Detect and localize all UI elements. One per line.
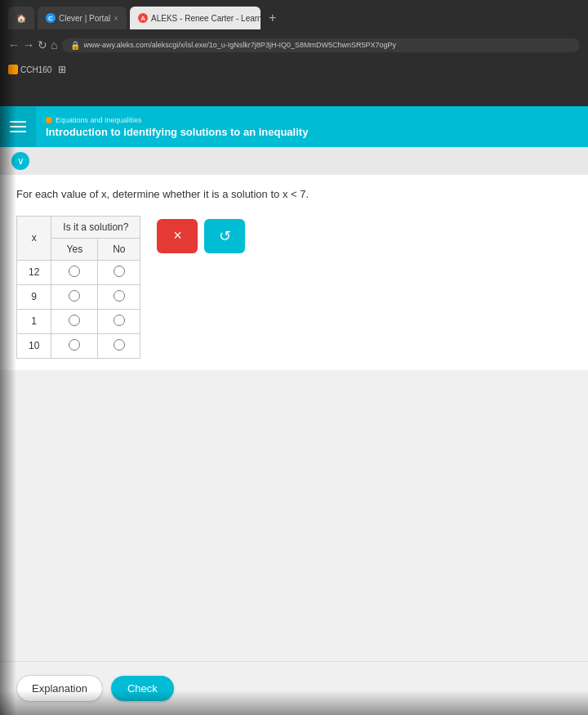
bookmark-cch160[interactable]: CCH160 <box>8 65 51 74</box>
bookmark-icon <box>8 65 18 74</box>
tab-bar: 🏠 C Clever | Portal × A ALEKS - Renee Ca… <box>0 0 588 31</box>
clear-button[interactable]: × <box>157 219 198 253</box>
reload-button[interactable]: ↻ <box>38 38 47 51</box>
row-12-no[interactable] <box>98 260 140 284</box>
chevron-down-icon: ∨ <box>17 155 24 167</box>
undo-icon: ↺ <box>219 227 231 245</box>
nav-buttons: ← → ↻ ⌂ <box>8 38 57 51</box>
row-9-no[interactable] <box>98 284 140 309</box>
table-row: 10 <box>17 333 140 358</box>
action-buttons: × ↺ <box>157 216 245 253</box>
is-it-solution-header: Is it a solution? <box>51 216 140 238</box>
home-icon: 🏠 <box>16 14 26 23</box>
row-1-yes[interactable] <box>51 309 98 333</box>
header-subtitle-text: Equations and Inequalities <box>56 116 142 124</box>
table-action-row: x Is it a solution? Yes No 12 <box>16 216 572 359</box>
hamburger-line-2 <box>10 126 26 127</box>
radio-12-yes[interactable] <box>69 266 80 277</box>
hamburger-button[interactable] <box>0 106 36 147</box>
solution-table: x Is it a solution? Yes No 12 <box>16 216 140 359</box>
row-10-no[interactable] <box>98 333 140 358</box>
radio-9-no[interactable] <box>114 290 125 302</box>
table-row: 1 <box>17 309 140 333</box>
row-12-yes[interactable] <box>51 260 98 284</box>
radio-1-yes[interactable] <box>69 315 80 326</box>
new-tab-button[interactable]: + <box>264 11 281 25</box>
problem-instruction: For each value of x, determine whether i… <box>16 186 572 203</box>
page-content: Equations and Inequalities Introduction … <box>0 106 588 715</box>
browser-chrome: 🏠 C Clever | Portal × A ALEKS - Renee Ca… <box>0 0 588 106</box>
row-x-9: 9 <box>17 284 51 309</box>
chevron-row: ∨ <box>0 147 588 175</box>
tab-clever[interactable]: C Clever | Portal × <box>38 7 127 29</box>
clever-icon: C <box>46 13 56 23</box>
address-text: www-awy.aleks.com/alekscgi/x/isl.exe/1o_… <box>83 41 395 49</box>
col-x-header: x <box>17 216 51 260</box>
radio-1-no[interactable] <box>114 315 125 326</box>
x-icon: × <box>173 227 182 244</box>
radio-10-no[interactable] <box>114 339 125 351</box>
tab-home[interactable]: 🏠 <box>8 7 34 29</box>
bookmarks-bar: CCH160 ⊞ <box>0 59 588 80</box>
undo-button[interactable]: ↺ <box>204 219 245 253</box>
aleks-header: Equations and Inequalities Introduction … <box>0 106 588 147</box>
row-10-yes[interactable] <box>51 333 98 358</box>
row-x-12: 12 <box>17 260 51 284</box>
table-row: 9 <box>17 284 140 309</box>
table-row: 12 <box>17 260 140 284</box>
lock-icon: 🔒 <box>70 41 80 50</box>
bookmark-grid-icon: ⊞ <box>58 64 66 75</box>
address-bar-row: ← → ↻ ⌂ 🔒 www-awy.aleks.com/alekscgi/x/i… <box>0 31 588 59</box>
header-dot <box>46 117 52 123</box>
explanation-button[interactable]: Explanation <box>16 675 103 702</box>
hamburger-line-3 <box>10 131 26 132</box>
problem-area: For each value of x, determine whether i… <box>0 175 588 370</box>
tab-aleks-label: ALEKS - Renee Carter - Learn <box>151 14 261 23</box>
radio-9-yes[interactable] <box>69 290 80 302</box>
tab-aleks[interactable]: A ALEKS - Renee Carter - Learn × <box>130 7 261 29</box>
check-button[interactable]: Check <box>111 676 174 701</box>
header-subtitle: Equations and Inequalities <box>46 116 578 124</box>
tab-clever-close[interactable]: × <box>114 14 118 23</box>
hamburger-line-1 <box>10 121 26 123</box>
aleks-icon: A <box>138 13 148 23</box>
forward-button[interactable]: → <box>23 38 34 51</box>
home-nav-button[interactable]: ⌂ <box>51 38 57 51</box>
address-bar[interactable]: 🔒 www-awy.aleks.com/alekscgi/x/isl.exe/1… <box>62 38 580 52</box>
col-yes-header: Yes <box>51 238 98 260</box>
chevron-down-button[interactable]: ∨ <box>11 152 29 170</box>
radio-10-yes[interactable] <box>69 339 80 351</box>
radio-12-no[interactable] <box>114 266 125 277</box>
row-9-yes[interactable] <box>51 284 98 309</box>
row-x-1: 1 <box>17 309 51 333</box>
header-text-block: Equations and Inequalities Introduction … <box>36 111 588 143</box>
bottom-area: Explanation Check <box>0 661 588 715</box>
header-title: Introduction to identifying solutions to… <box>46 126 578 138</box>
bookmark-label: CCH160 <box>20 65 51 74</box>
row-1-no[interactable] <box>98 309 140 333</box>
col-no-header: No <box>98 238 140 260</box>
back-button[interactable]: ← <box>8 38 20 51</box>
tab-clever-label: Clever | Portal <box>59 14 110 23</box>
row-x-10: 10 <box>17 333 51 358</box>
